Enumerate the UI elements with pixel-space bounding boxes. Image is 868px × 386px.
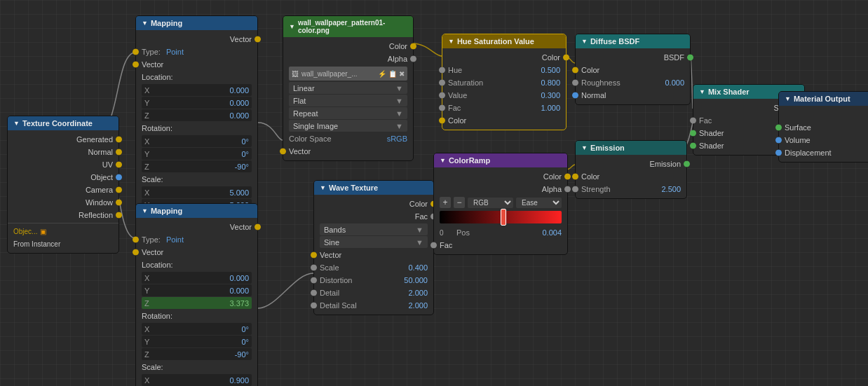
normal-socket[interactable] <box>116 149 122 156</box>
distortion-socket[interactable] <box>311 277 317 284</box>
rotation-label: Rotation: <box>142 124 172 132</box>
color-out-socket[interactable] <box>564 174 571 180</box>
window-socket[interactable] <box>116 200 122 206</box>
rot-x-label: X <box>144 325 241 333</box>
node-title: ColorRamp <box>449 156 490 165</box>
dropdown-arrow: ▼ <box>395 84 403 92</box>
fac-socket[interactable] <box>439 105 445 111</box>
type-socket[interactable] <box>133 49 139 55</box>
vector-in-socket[interactable] <box>133 62 139 68</box>
camera-label: Camera <box>86 186 113 194</box>
bsdf-out-socket[interactable] <box>687 55 693 61</box>
rot-y-field[interactable]: Y 0° <box>142 148 252 160</box>
fac-socket[interactable] <box>690 118 696 124</box>
rot-y-field[interactable]: Y 0° <box>142 336 252 347</box>
rot-x-field[interactable]: X 0° <box>142 323 252 335</box>
ramp-remove-btn[interactable]: − <box>454 197 465 208</box>
collapse-arrow[interactable]: ▼ <box>320 184 326 191</box>
collapse-arrow[interactable]: ▼ <box>142 207 148 214</box>
color-out-socket[interactable] <box>410 43 416 50</box>
loc-y-field[interactable]: Y 0.000 <box>142 97 252 109</box>
rot-x-val: 0° <box>241 137 249 146</box>
camera-socket[interactable] <box>116 187 122 193</box>
collapse-arrow[interactable]: ▼ <box>440 157 446 164</box>
vector-out-socket[interactable] <box>255 36 261 43</box>
scale-socket[interactable] <box>311 265 317 271</box>
repeat-dropdown[interactable]: Repeat ▼ <box>289 107 407 119</box>
uv-socket[interactable] <box>116 162 122 168</box>
fac-out-row: Fac <box>314 210 433 223</box>
volume-socket[interactable] <box>775 137 782 144</box>
img-actions[interactable]: ⚡ 📋 ✖ <box>378 70 405 78</box>
surface-socket[interactable] <box>775 125 782 131</box>
color-in-socket[interactable] <box>572 67 578 74</box>
distortion-val: 50.000 <box>404 276 428 284</box>
rot-z-field[interactable]: Z -90° <box>142 348 252 360</box>
loc-z-field[interactable]: Z 0.000 <box>142 109 252 121</box>
collapse-arrow[interactable]: ▼ <box>581 144 588 151</box>
collapse-arrow[interactable]: ▼ <box>448 38 454 45</box>
fac-socket[interactable] <box>430 242 437 249</box>
shader2-socket[interactable] <box>690 143 696 149</box>
detail-scal-val: 2.000 <box>408 301 428 310</box>
diffuse-bsdf-header: ▼ Diffuse BSDF <box>576 34 690 48</box>
sine-dropdown[interactable]: Sine ▼ <box>320 236 428 248</box>
node-title: Mapping <box>151 19 182 27</box>
rot-x-field[interactable]: X 0° <box>142 135 252 147</box>
object-footer-row: Objec... ▣ <box>8 225 118 237</box>
vector-in-socket[interactable] <box>311 252 317 259</box>
shader1-socket[interactable] <box>690 130 696 137</box>
bands-dropdown[interactable]: Bands ▼ <box>320 223 428 235</box>
ramp-add-btn[interactable]: + <box>440 197 451 208</box>
object-socket[interactable] <box>116 174 122 181</box>
detail-socket[interactable] <box>311 290 317 296</box>
loc-z-field[interactable]: Z 3.373 <box>142 297 252 309</box>
colorramp-marker[interactable] <box>501 209 506 226</box>
loc-x-val: 0.000 <box>229 274 249 282</box>
colorramp-bar[interactable] <box>440 211 562 223</box>
alpha-out-socket[interactable] <box>410 56 416 62</box>
hue-socket[interactable] <box>439 67 445 74</box>
generated-socket[interactable] <box>116 137 122 143</box>
val-socket[interactable] <box>439 92 445 99</box>
flat-dropdown[interactable]: Flat ▼ <box>289 95 407 106</box>
collapse-arrow[interactable]: ▼ <box>785 95 791 102</box>
vector-in-socket[interactable] <box>280 149 286 155</box>
detail-scal-socket[interactable] <box>311 303 317 309</box>
roughness-socket[interactable] <box>572 80 578 86</box>
scl-x-field[interactable]: X 5.000 <box>142 186 252 198</box>
displacement-label: Displacement <box>785 149 832 157</box>
reflection-socket[interactable] <box>116 212 122 219</box>
sat-socket[interactable] <box>439 80 445 86</box>
strength-socket[interactable] <box>572 186 578 193</box>
type-socket[interactable] <box>133 237 139 243</box>
vector-out-row: Vector <box>136 33 257 46</box>
loc-x-field[interactable]: X 0.000 <box>142 272 252 284</box>
collapse-arrow[interactable]: ▼ <box>699 88 705 95</box>
alpha-out-socket[interactable] <box>564 186 571 193</box>
color-in-socket[interactable] <box>572 174 578 180</box>
single-image-dropdown[interactable]: Single Image ▼ <box>289 120 407 132</box>
scl-x-field[interactable]: X 0.900 <box>142 374 252 386</box>
emission-out-socket[interactable] <box>684 161 690 167</box>
collapse-arrow[interactable]: ▼ <box>13 120 20 127</box>
color-in-socket[interactable] <box>439 118 445 124</box>
rot-z-field[interactable]: Z -90° <box>142 160 252 172</box>
color-out-socket[interactable] <box>563 55 569 61</box>
collapse-arrow[interactable]: ▼ <box>289 23 295 30</box>
node-title: wall_wallpaper_pattern01-color.png <box>298 19 407 34</box>
ramp-rgb-select[interactable]: RGB <box>468 198 513 208</box>
normal-socket[interactable] <box>572 92 578 99</box>
rot-z-label: Z <box>144 163 235 171</box>
loc-y-field[interactable]: Y 0.000 <box>142 284 252 296</box>
displacement-socket[interactable] <box>775 150 782 156</box>
color-ramp-node: ▼ ColorRamp Color Alpha + − RGB Ease 0 P… <box>433 153 568 255</box>
vector-out-socket[interactable] <box>255 224 261 230</box>
linear-dropdown[interactable]: Linear ▼ <box>289 82 407 94</box>
vector-in-socket[interactable] <box>133 249 139 256</box>
loc-x-field[interactable]: X 0.000 <box>142 84 252 96</box>
color-out-label: Color <box>543 172 562 181</box>
collapse-arrow[interactable]: ▼ <box>581 38 588 45</box>
ramp-ease-select[interactable]: Ease <box>516 198 562 208</box>
collapse-arrow[interactable]: ▼ <box>142 20 148 27</box>
